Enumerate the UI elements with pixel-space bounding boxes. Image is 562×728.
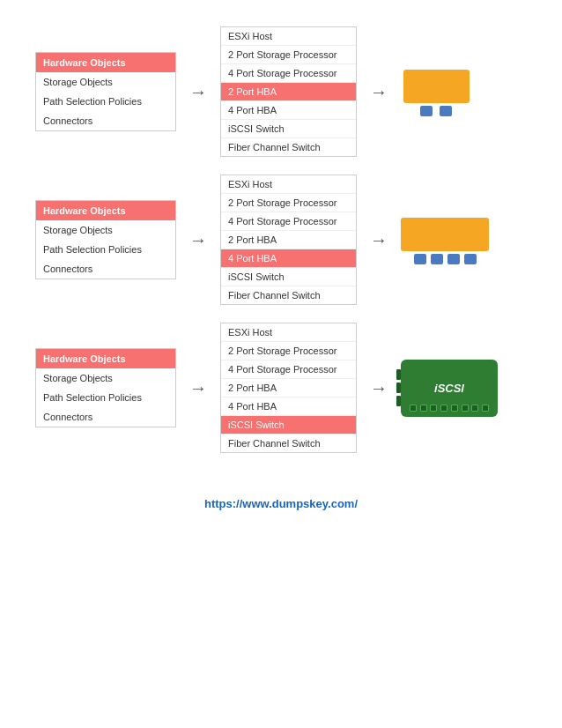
left-box-item-2-3: Connectors xyxy=(36,259,175,279)
middle-item-3-2: 2 Port Storage Processor xyxy=(221,342,356,360)
middle-item-2-2: 2 Port Storage Processor xyxy=(221,194,356,212)
iscsi-port-7 xyxy=(471,405,478,412)
left-box-item-3-3: Connectors xyxy=(36,407,175,427)
hba2-device xyxy=(401,68,471,116)
device-1 xyxy=(401,68,471,116)
iscsi-label: iSCSI xyxy=(434,382,464,395)
port-3 xyxy=(447,254,460,264)
left-box-item-1-1: Storage Objects xyxy=(36,72,175,92)
middle-item-3-4: 2 Port HBA xyxy=(221,379,356,397)
middle-item-1-3: 4 Port Storage Processor xyxy=(221,64,356,83)
middle-item-3-1: ESXi Host xyxy=(221,323,356,342)
port-2 xyxy=(431,254,443,264)
middle-item-2-1: ESXi Host xyxy=(221,175,356,194)
iscsi-port-4 xyxy=(440,405,447,412)
port-1 xyxy=(420,106,433,116)
port-2 xyxy=(440,106,452,116)
iscsi-port-3 xyxy=(430,405,437,412)
iscsi-port-6 xyxy=(462,405,469,412)
middle-item-2-5: 4 Port HBA xyxy=(221,249,356,268)
arrow1-2: → xyxy=(176,230,220,250)
left-box-3: Hardware ObjectsStorage ObjectsPath Sele… xyxy=(35,348,176,427)
iscsi-switch-device: iSCSI xyxy=(401,360,498,417)
iscsi-port-1 xyxy=(410,405,417,412)
left-box-2: Hardware ObjectsStorage ObjectsPath Sele… xyxy=(35,200,176,279)
iscsi-port-8 xyxy=(482,405,489,412)
arrow2-2: → xyxy=(357,230,401,250)
port-4 xyxy=(464,254,477,264)
hba4-body xyxy=(401,218,489,251)
middle-item-2-7: Fiber Channel Switch xyxy=(221,286,356,304)
diagram-row-1: Hardware ObjectsStorage ObjectsPath Sele… xyxy=(35,26,527,157)
middle-item-1-6: iSCSI Switch xyxy=(221,120,356,138)
arrow1-1: → xyxy=(176,82,220,102)
middle-list-3: ESXi Host2 Port Storage Processor4 Port … xyxy=(220,323,357,453)
left-box-item-2-1: Storage Objects xyxy=(36,220,175,240)
left-box-header-2: Hardware Objects xyxy=(36,201,175,220)
middle-item-1-4: 2 Port HBA xyxy=(221,83,356,101)
left-box-1: Hardware ObjectsStorage ObjectsPath Sele… xyxy=(35,52,176,131)
main-container: Hardware ObjectsStorage ObjectsPath Sele… xyxy=(0,0,562,479)
footer: https://www.dumpskey.com/ xyxy=(0,479,562,519)
hba2-ports xyxy=(420,106,452,116)
iscsi-port-2 xyxy=(420,405,427,412)
iscsi-port-5 xyxy=(451,405,458,412)
middle-item-2-4: 2 Port HBA xyxy=(221,231,356,249)
middle-item-3-5: 4 Port HBA xyxy=(221,397,356,416)
left-box-header-3: Hardware Objects xyxy=(36,349,175,368)
diagram-row-2: Hardware ObjectsStorage ObjectsPath Sele… xyxy=(35,175,527,305)
diagram-row-3: Hardware ObjectsStorage ObjectsPath Sele… xyxy=(35,323,527,453)
middle-list-2: ESXi Host2 Port Storage Processor4 Port … xyxy=(220,175,357,305)
middle-item-1-7: Fiber Channel Switch xyxy=(221,138,356,156)
middle-item-2-3: 4 Port Storage Processor xyxy=(221,212,356,231)
hba4-ports xyxy=(414,254,477,264)
left-box-item-3-2: Path Selection Policies xyxy=(36,388,175,407)
arrow2-3: → xyxy=(357,378,401,398)
iscsi-bottom-ports xyxy=(401,405,498,412)
middle-item-3-3: 4 Port Storage Processor xyxy=(221,360,356,379)
arrow1-3: → xyxy=(176,378,220,398)
left-box-item-2-2: Path Selection Policies xyxy=(36,240,175,259)
middle-item-2-6: iSCSI Switch xyxy=(221,268,356,286)
left-box-item-1-2: Path Selection Policies xyxy=(36,92,175,111)
middle-item-1-1: ESXi Host xyxy=(221,27,356,46)
iscsi-side-ports xyxy=(396,369,401,406)
arrow2-1: → xyxy=(357,82,401,102)
hba4-device xyxy=(401,216,489,264)
device-2 xyxy=(401,216,489,264)
left-box-item-3-1: Storage Objects xyxy=(36,368,175,388)
port-1 xyxy=(414,254,426,264)
middle-list-1: ESXi Host2 Port Storage Processor4 Port … xyxy=(220,26,357,157)
middle-item-1-2: 2 Port Storage Processor xyxy=(221,46,356,64)
device-3: iSCSI xyxy=(401,360,498,417)
side-port-1 xyxy=(396,369,401,380)
hba2-body xyxy=(403,70,470,103)
middle-item-3-7: Fiber Channel Switch xyxy=(221,435,356,452)
left-box-header-1: Hardware Objects xyxy=(36,53,175,72)
middle-item-3-6: iSCSI Switch xyxy=(221,416,356,435)
left-box-item-1-3: Connectors xyxy=(36,111,175,130)
footer-link[interactable]: https://www.dumpskey.com/ xyxy=(204,497,358,510)
side-port-2 xyxy=(396,383,401,393)
middle-item-1-5: 4 Port HBA xyxy=(221,101,356,120)
